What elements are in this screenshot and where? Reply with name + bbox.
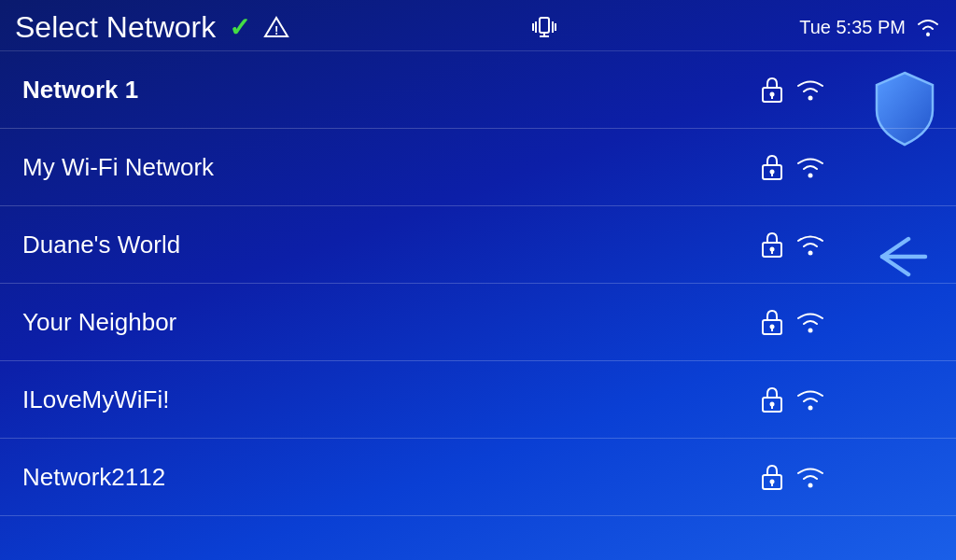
svg-point-23 xyxy=(770,325,775,329)
lock-icon xyxy=(760,308,784,336)
wifi-icon xyxy=(795,155,825,179)
network-icons xyxy=(760,76,825,104)
network-name: Your Neighbor xyxy=(22,308,760,337)
lock-icon xyxy=(760,463,784,491)
warning-icon: ! xyxy=(263,14,289,40)
svg-point-13 xyxy=(808,96,813,101)
network-icons xyxy=(760,385,825,413)
network-name: ILoveMyWiFi! xyxy=(22,385,760,414)
network-name: Network2112 xyxy=(22,463,760,492)
clock: Tue 5:35 PM xyxy=(799,17,906,38)
wifi-status-icon xyxy=(915,17,941,37)
lock-icon xyxy=(760,231,784,259)
status-bar-left: Select Network ✓ ! xyxy=(15,10,289,45)
status-bar: Select Network ✓ ! Tue 5:35 PM xyxy=(0,0,956,51)
wifi-icon xyxy=(795,387,825,412)
network-item[interactable]: Your Neighbor xyxy=(0,284,956,361)
svg-point-8 xyxy=(926,33,930,36)
lock-icon xyxy=(760,76,784,104)
network-item[interactable]: Duane's World xyxy=(0,206,956,284)
svg-rect-1 xyxy=(540,18,549,33)
wifi-icon xyxy=(795,465,825,489)
network-name: My Wi-Fi Network xyxy=(22,153,760,182)
network-icons xyxy=(760,153,825,181)
svg-point-21 xyxy=(808,251,813,256)
network-item[interactable]: Network2112 xyxy=(0,439,956,516)
network-item[interactable]: ILoveMyWiFi! xyxy=(0,361,956,439)
svg-point-17 xyxy=(808,174,813,178)
status-bar-center xyxy=(530,14,558,40)
network-icons xyxy=(760,463,825,491)
svg-point-15 xyxy=(770,170,775,175)
svg-point-33 xyxy=(808,483,813,488)
network-name: Network 1 xyxy=(22,76,760,105)
status-bar-right: Tue 5:35 PM xyxy=(799,17,941,38)
lock-icon xyxy=(760,385,784,413)
wifi-icon xyxy=(795,77,825,102)
network-icons xyxy=(760,308,825,336)
network-list: Network 1 My Wi-Fi Network Duane's World xyxy=(0,51,956,516)
svg-point-25 xyxy=(808,329,813,333)
svg-point-19 xyxy=(770,247,775,252)
network-item[interactable]: Network 1 xyxy=(0,51,956,129)
network-item[interactable]: My Wi-Fi Network xyxy=(0,129,956,206)
wifi-icon xyxy=(795,232,825,257)
svg-point-31 xyxy=(770,480,775,484)
svg-point-27 xyxy=(770,402,775,407)
svg-text:!: ! xyxy=(274,23,278,37)
silent-icon xyxy=(530,14,558,40)
lock-icon xyxy=(760,153,784,181)
svg-point-11 xyxy=(770,92,775,97)
checkmark-icon: ✓ xyxy=(229,12,250,43)
network-name: Duane's World xyxy=(22,231,760,259)
network-icons xyxy=(760,231,825,259)
page-title: Select Network xyxy=(15,10,216,45)
svg-point-29 xyxy=(808,406,813,411)
wifi-icon xyxy=(795,310,825,334)
